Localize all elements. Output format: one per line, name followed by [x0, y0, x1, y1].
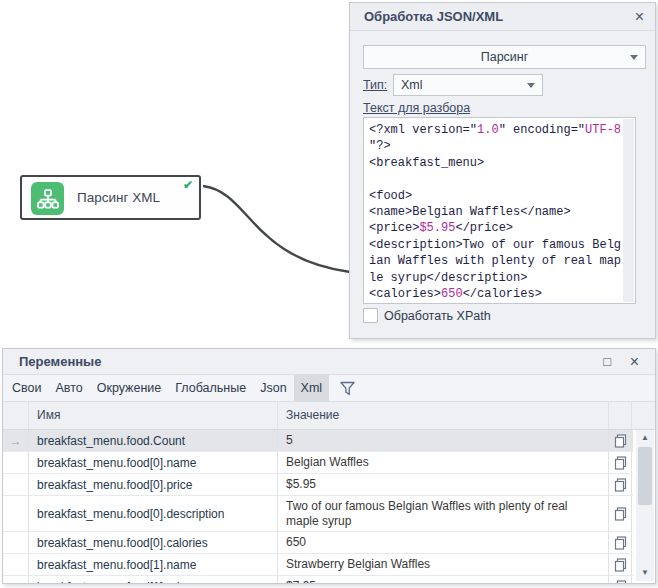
tab-xml[interactable]: Xml: [294, 375, 330, 401]
variables-titlebar: Переменные □ ×: [3, 349, 655, 375]
tab-глобальные[interactable]: Глобальные: [168, 375, 253, 401]
inspector-panel: Обработка JSON/XML × Парсинг Тип: Xml Те…: [349, 2, 656, 339]
table-row[interactable]: breakfast_menu.food[1].nameStrawberry Be…: [3, 554, 633, 576]
xml-code-line: "?>: [369, 138, 622, 154]
column-header-value[interactable]: Значение: [278, 402, 609, 429]
maximize-icon[interactable]: □: [603, 354, 611, 370]
copy-icon[interactable]: [609, 430, 632, 451]
xml-code-line: ian Waffles with plenty of real map: [369, 253, 622, 269]
table-header: Имя Значение: [3, 402, 655, 430]
variable-name: breakfast_menu.food[0].calories: [29, 532, 278, 553]
variable-name: breakfast_menu.food[0].description: [29, 496, 278, 531]
variable-value: Two of our famous Belgian Waffles with p…: [278, 496, 609, 531]
xml-textarea[interactable]: <?xml version="1.0" encoding="UTF-8"?><b…: [363, 117, 636, 304]
type-label[interactable]: Тип:: [363, 78, 387, 92]
chevron-down-icon: [527, 83, 535, 88]
variable-value: Strawberry Belgian Waffles: [278, 554, 609, 575]
row-gutter: [3, 496, 29, 531]
row-gutter: [3, 576, 29, 583]
variable-value: $5.95: [278, 474, 609, 495]
header-copy-column: [609, 402, 632, 429]
copy-icon[interactable]: [609, 474, 632, 495]
workflow-node-parsing-xml[interactable]: Парсинг XML ✔: [20, 175, 201, 220]
xpath-checkbox[interactable]: [363, 308, 378, 323]
inspector-header: Обработка JSON/XML ×: [350, 3, 655, 31]
copy-icon[interactable]: [609, 554, 632, 575]
copy-icon[interactable]: [609, 496, 632, 531]
scroll-up-icon[interactable]: ▲: [636, 430, 654, 446]
sitemap-icon: [31, 182, 64, 215]
header-scroll-spacer: [632, 402, 653, 429]
tab-окружение[interactable]: Окружение: [90, 375, 169, 401]
header-gutter: [3, 402, 29, 429]
xml-code-line: </food>: [369, 302, 622, 304]
copy-icon[interactable]: [609, 452, 632, 473]
xml-code-line: <food>: [369, 188, 622, 204]
close-icon[interactable]: ×: [630, 354, 639, 370]
tab-json[interactable]: Json: [253, 375, 293, 401]
current-row-arrow-icon: →: [3, 430, 29, 451]
action-dropdown-value: Парсинг: [384, 46, 625, 68]
table-row[interactable]: breakfast_menu.food[1].price$7.95: [3, 576, 633, 583]
xml-code-line: <breakfast_menu>: [369, 155, 622, 171]
xml-code-line: <?xml version="1.0" encoding="UTF-8: [369, 122, 622, 138]
close-icon[interactable]: ×: [635, 9, 644, 25]
xml-code: <?xml version="1.0" encoding="UTF-8"?><b…: [369, 122, 622, 303]
table-row[interactable]: breakfast_menu.food[0].descriptionTwo of…: [3, 496, 633, 532]
tab-свои[interactable]: Свои: [5, 375, 48, 401]
action-dropdown[interactable]: Парсинг: [363, 45, 646, 69]
row-gutter: [3, 532, 29, 553]
variable-name: breakfast_menu.food[0].price: [29, 474, 278, 495]
chevron-down-icon: [630, 55, 638, 60]
table-row[interactable]: breakfast_menu.food[0].nameBelgian Waffl…: [3, 452, 633, 474]
tab-авто[interactable]: Авто: [48, 375, 89, 401]
variable-value: Belgian Waffles: [278, 452, 609, 473]
variables-tabs: СвоиАвтоОкружениеГлобальныеJsonXml: [3, 375, 655, 402]
type-dropdown-value: Xml: [401, 75, 522, 95]
variable-value: 650: [278, 532, 609, 553]
inspector-title: Обработка JSON/XML: [364, 3, 503, 31]
xml-code-line: <calories>650</calories>: [369, 286, 622, 302]
column-header-name[interactable]: Имя: [29, 402, 278, 429]
textarea-scrollbar[interactable]: [623, 119, 634, 302]
copy-icon[interactable]: [609, 576, 632, 583]
row-gutter: [3, 474, 29, 495]
scroll-down-icon[interactable]: ▼: [636, 565, 654, 581]
xml-code-line: <name>Belgian Waffles</name>: [369, 204, 622, 220]
copy-icon[interactable]: [609, 532, 632, 553]
variable-value: $7.95: [278, 576, 609, 583]
xml-code-line: <description>Two of our famous Belg: [369, 237, 622, 253]
variable-name: breakfast_menu.food.Count: [29, 430, 278, 451]
variable-name: breakfast_menu.food[1].price: [29, 576, 278, 583]
table-row[interactable]: breakfast_menu.food[0].price$5.95: [3, 474, 633, 496]
type-dropdown[interactable]: Xml: [393, 74, 543, 96]
xml-code-line: [369, 171, 622, 187]
scrollbar-thumb[interactable]: [638, 447, 652, 505]
xml-code-line: <price>$5.95</price>: [369, 220, 622, 236]
parse-text-label[interactable]: Текст для разбора: [363, 101, 470, 115]
filter-funnel-icon[interactable]: [339, 380, 356, 401]
table-row[interactable]: breakfast_menu.food[0].calories650: [3, 532, 633, 554]
variable-name: breakfast_menu.food[0].name: [29, 452, 278, 473]
table-scrollbar[interactable]: ▲ ▼: [636, 430, 654, 581]
node-label: Парсинг XML: [77, 177, 160, 218]
variable-value: 5: [278, 430, 609, 451]
variable-name: breakfast_menu.food[1].name: [29, 554, 278, 575]
row-gutter: [3, 452, 29, 473]
xml-code-line: le syrup</description>: [369, 270, 622, 286]
variables-panel: Переменные □ × СвоиАвтоОкружениеГлобальн…: [2, 348, 656, 584]
row-gutter: [3, 554, 29, 575]
table-row[interactable]: →breakfast_menu.food.Count5: [3, 430, 633, 452]
xpath-checkbox-label: Обработать XPath: [384, 309, 491, 323]
success-check-icon: ✔: [183, 178, 193, 192]
variables-table-body: →breakfast_menu.food.Count5breakfast_men…: [3, 430, 633, 583]
variables-title: Переменные: [19, 349, 101, 375]
